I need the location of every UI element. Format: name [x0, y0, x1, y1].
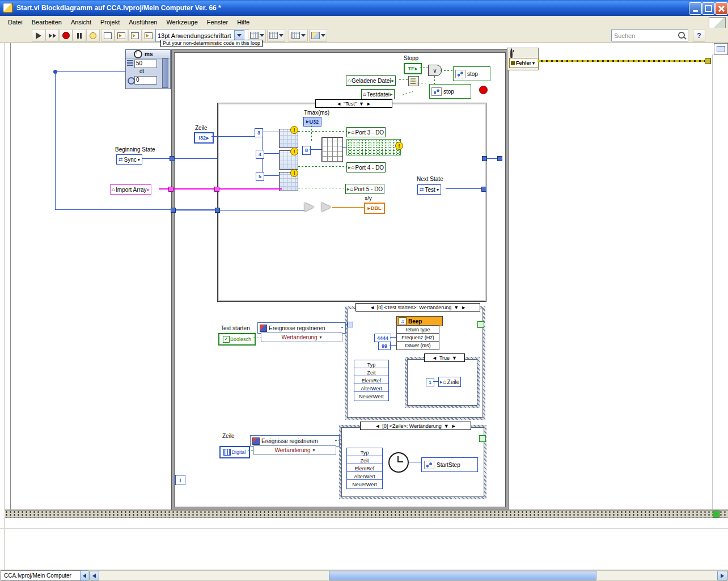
register-events-node-2[interactable]: Ereignisse registrieren [250, 435, 340, 447]
constant-8[interactable]: 8 [302, 146, 311, 155]
zeile-local-variable[interactable]: ▸ ⌂ Zeile [438, 377, 461, 387]
scroll-right-button[interactable] [717, 571, 727, 580]
stopp-terminal[interactable]: TF▸ [404, 63, 422, 74]
wire-reg1-out [341, 327, 345, 328]
round-led-constant[interactable] [479, 86, 488, 94]
search-input[interactable] [611, 30, 688, 41]
constant-1[interactable]: 1 [426, 378, 434, 386]
import-array-ref[interactable]: ⌂ Import Array ▸ [110, 184, 151, 195]
reorder-button[interactable] [309, 29, 327, 42]
run-button[interactable] [32, 29, 45, 42]
case-next-icon[interactable]: ► [366, 101, 371, 107]
distribute-objects-button[interactable] [267, 29, 285, 42]
dbl-indicator[interactable]: ▸ DBL [364, 203, 385, 214]
dauer-constant[interactable]: 99 [378, 342, 391, 350]
zeile-in-terminal[interactable]: I32▸ [194, 132, 214, 144]
testdatei-ref[interactable]: ⌂ Testdatei ▸ [361, 89, 395, 99]
next-state-enum[interactable]: ⇄ Test ▾ [417, 184, 441, 195]
build-array-node[interactable] [321, 137, 343, 162]
port5-ref[interactable]: ▸ ⌂ Port 5 - DO [345, 184, 384, 194]
tmax-terminal[interactable]: ▸ U32 [303, 117, 321, 127]
menu-projekt[interactable]: Projekt [96, 17, 124, 27]
menu-datei[interactable]: Datei [3, 17, 27, 27]
loop-comment[interactable]: Put your non-deterministic code in this … [160, 40, 263, 47]
help-button[interactable]: ? [693, 29, 705, 42]
navigation-window-button[interactable] [714, 43, 728, 55]
step-over-button[interactable] [128, 29, 142, 42]
event1-dynamic-terminal[interactable] [477, 321, 484, 328]
stop-property-node-2[interactable]: stop [429, 84, 471, 99]
event1-field-neuerwert[interactable]: NeuerWert [354, 391, 389, 401]
constant-3[interactable]: 3 [255, 128, 263, 137]
wait-scrollbar[interactable] [162, 58, 168, 88]
wait-value-field[interactable]: 50 [134, 60, 157, 68]
project-tab[interactable]: CCA.lvproj/Mein Computer [1, 570, 86, 581]
menu-werkzeuge[interactable]: Werkzeuge [162, 17, 202, 27]
clock-icon[interactable] [388, 452, 409, 473]
event-next-icon[interactable]: ► [461, 305, 466, 310]
resize-objects-button[interactable] [289, 29, 308, 42]
event2-dynamic-terminal[interactable] [479, 435, 486, 442]
event1-selector[interactable]: ◄ [0] <Test starten>: Wertänderung ▼ ► [355, 303, 480, 311]
pause-button[interactable] [73, 29, 86, 42]
step-into-button[interactable] [115, 29, 128, 42]
constant-4[interactable]: 4 [256, 150, 264, 159]
stop-property-node-1[interactable]: stop [453, 66, 490, 81]
h-scrollbar-thumb[interactable] [329, 571, 596, 580]
constant-5[interactable]: 5 [256, 172, 264, 181]
register2-event-row[interactable]: Wertänderung ▾ [253, 445, 336, 455]
iteration-terminal[interactable]: i [175, 475, 185, 485]
event-next-icon[interactable]: ► [451, 423, 456, 429]
menu-hilfe[interactable]: Hilfe [232, 17, 254, 27]
case-dropdown-icon[interactable]: ▼ [359, 101, 364, 107]
startstep-invoke-node[interactable]: StartStep [421, 457, 478, 472]
menu-ausfuehren[interactable]: Ausführen [124, 17, 162, 27]
menu-fenster[interactable]: Fenster [202, 17, 232, 27]
case-dropdown-icon[interactable]: ▼ [452, 355, 457, 361]
close-file-icon[interactable] [408, 76, 419, 86]
wait-ms-vi[interactable]: ms 50 dt 0 [125, 49, 171, 89]
tab-scroll-left-button[interactable] [80, 570, 89, 581]
fehler-node[interactable]: Fehler ▾ [507, 48, 539, 70]
true-case-selector[interactable]: ◄ True ▼ [424, 353, 465, 362]
close-button[interactable] [715, 2, 728, 15]
diagram-h-scrollbar[interactable] [5, 510, 728, 518]
event-prev-icon[interactable]: ◄ [370, 305, 375, 310]
restore-button[interactable] [702, 2, 715, 15]
menu-bearbeiten[interactable]: Bearbeiten [27, 17, 66, 27]
search-icon[interactable] [678, 32, 685, 39]
beep-dauer-label[interactable]: Dauer (ms) [396, 341, 439, 350]
divide-function[interactable] [304, 203, 314, 212]
retain-wire-values-button[interactable] [101, 29, 115, 42]
minimize-button[interactable] [689, 2, 702, 15]
register1-event-row[interactable]: Wertänderung ▾ [261, 332, 342, 342]
event1-timeout-terminal[interactable] [348, 322, 353, 327]
highlight-execution-button[interactable] [86, 29, 100, 42]
test-starten-terminal[interactable]: ✓ Boolesch [218, 333, 256, 346]
case-selector[interactable]: ◄ "Test" ▼ ► [315, 99, 392, 108]
port4-ref[interactable]: ▸ ⌂ Port 4 - DO [346, 162, 386, 172]
event-dropdown-icon[interactable]: ▼ [454, 305, 459, 310]
abort-button[interactable] [59, 29, 73, 42]
wait-dt-field[interactable]: 0 [134, 76, 157, 85]
case-prev-icon[interactable]: ◄ [336, 101, 341, 107]
geladene-datei-ref[interactable]: ⌂ Geladene Datei ▸ [346, 75, 396, 86]
zeile-terminal[interactable]: Digital [219, 446, 250, 458]
event2-selector[interactable]: ◄ [0] <Zeile>: Wertänderung ▼ ► [360, 422, 471, 430]
register-events-node-1[interactable]: Ereignisse registrieren [257, 322, 346, 334]
event-dropdown-icon[interactable]: ▼ [444, 423, 449, 429]
scroll-left-button[interactable] [89, 571, 99, 580]
or-function[interactable]: ∨ [428, 65, 442, 76]
port3-ref[interactable]: ▸ ⌂ Port 3 - DO [346, 127, 386, 137]
freq-constant[interactable]: 4444 [374, 334, 391, 342]
title-bar[interactable]: Start.vi Blockdiagramm auf CCA.lvproj/Me… [0, 0, 728, 16]
beginning-state-enum[interactable]: ⇄ Sync ▾ [116, 154, 142, 165]
case-prev-icon[interactable]: ◄ [432, 355, 437, 361]
menu-ansicht[interactable]: Ansicht [66, 17, 96, 27]
conversion-function[interactable] [321, 203, 331, 212]
run-continuous-button[interactable] [45, 29, 59, 42]
event2-field-neuerwert[interactable]: NeuerWert [346, 479, 383, 489]
event-prev-icon[interactable]: ◄ [375, 423, 380, 429]
step-out-button[interactable] [142, 29, 155, 42]
digital-waveform-constant[interactable] [346, 139, 401, 155]
